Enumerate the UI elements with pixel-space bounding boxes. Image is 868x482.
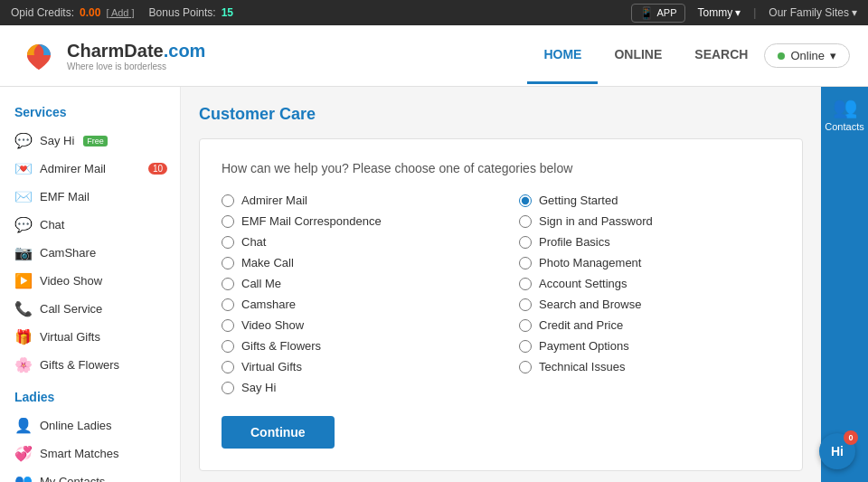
admirer-mail-label: Admirer Mail: [40, 162, 106, 175]
online-dot-icon: [778, 52, 785, 60]
option-emf-mail[interactable]: EMF Mail Correspondence: [222, 214, 483, 228]
option-account-settings[interactable]: Account Settings: [519, 277, 780, 290]
contacts-panel[interactable]: 👥 Contacts: [821, 87, 868, 482]
radio-camshare[interactable]: [222, 298, 234, 311]
radio-make-call[interactable]: [222, 257, 234, 269]
hi-badge: 0: [844, 430, 858, 445]
sidebar-item-call-service[interactable]: 📞 Call Service: [0, 295, 180, 323]
option-sign-in[interactable]: Sign in and Password: [519, 214, 780, 228]
app-button[interactable]: 📱 APP: [631, 4, 685, 23]
options-left-col: Admirer Mail EMF Mail Correspondence Cha…: [222, 194, 483, 394]
contacts-icon: 👥: [833, 96, 857, 119]
video-show-icon: ▶️: [14, 272, 33, 289]
online-label: Online: [790, 49, 825, 62]
options-grid: Admirer Mail EMF Mail Correspondence Cha…: [222, 194, 780, 394]
sidebar-item-online-ladies[interactable]: 👤 Online Ladies: [0, 411, 180, 439]
sidebar-item-camshare[interactable]: 📷 CamShare: [0, 239, 180, 267]
continue-button[interactable]: Continue: [222, 416, 335, 449]
radio-getting-started[interactable]: [519, 194, 532, 207]
sidebar-item-chat[interactable]: 💬 Chat: [0, 211, 180, 239]
emf-mail-label: EMF Mail: [40, 190, 90, 203]
radio-profile-basics[interactable]: [519, 236, 532, 249]
camshare-label: CamShare: [40, 246, 96, 260]
option-photo-management[interactable]: Photo Management: [519, 256, 780, 269]
option-technical-issues[interactable]: Technical Issues: [519, 360, 780, 373]
radio-video-show[interactable]: [222, 319, 234, 332]
option-admirer-mail[interactable]: Admirer Mail: [222, 194, 483, 207]
free-badge: Free: [83, 136, 108, 146]
sidebar-item-virtual-gifts[interactable]: 🎁 Virtual Gifts: [0, 323, 180, 351]
contacts-label: Contacts: [825, 121, 863, 132]
nav-online[interactable]: ONLINE: [598, 27, 678, 84]
family-sites-menu[interactable]: Our Family Sites ▾: [769, 6, 857, 19]
admirer-mail-badge: 10: [148, 163, 167, 175]
option-camshare[interactable]: Camshare: [222, 298, 483, 311]
smart-matches-icon: 💞: [14, 445, 33, 462]
add-credits-link[interactable]: [ Add ]: [106, 7, 134, 18]
radio-say-hi[interactable]: [222, 382, 234, 394]
sidebar-item-gifts-flowers[interactable]: 🌸 Gifts & Flowers: [0, 351, 180, 379]
sidebar-item-say-hi[interactable]: 💬 Say Hi Free: [0, 127, 180, 155]
logo-name: CharmDate.com: [67, 41, 205, 61]
family-sites-chevron-icon: ▾: [852, 6, 857, 19]
user-menu[interactable]: Tommy ▾: [698, 6, 741, 19]
option-say-hi[interactable]: Say Hi: [222, 381, 483, 394]
user-chevron-icon: ▾: [735, 6, 741, 19]
online-status-button[interactable]: Online ▾: [764, 43, 850, 68]
radio-search-browse[interactable]: [519, 298, 532, 311]
option-search-browse[interactable]: Search and Browse: [519, 298, 780, 311]
sidebar-item-my-contacts[interactable]: 👥 My Contacts: [0, 468, 180, 482]
option-gifts-flowers[interactable]: Gifts & Flowers: [222, 339, 483, 353]
radio-chat[interactable]: [222, 236, 234, 249]
online-ladies-icon: 👤: [14, 417, 33, 434]
sidebar-item-video-show[interactable]: ▶️ Video Show: [0, 267, 180, 295]
radio-gifts-flowers[interactable]: [222, 340, 234, 353]
camshare-icon: 📷: [14, 244, 33, 261]
phone-icon: 📱: [639, 6, 654, 20]
radio-sign-in[interactable]: [519, 215, 532, 228]
sidebar-item-emf-mail[interactable]: ✉️ EMF Mail: [0, 183, 180, 211]
services-section-title: Services: [0, 101, 180, 127]
main-content: Customer Care How can we help you? Pleas…: [181, 87, 821, 482]
option-call-me[interactable]: Call Me: [222, 277, 483, 290]
layout: Services 💬 Say Hi Free 💌 Admirer Mail 10…: [0, 87, 868, 482]
nav-home[interactable]: HOME: [527, 27, 598, 84]
chat-icon: 💬: [14, 216, 33, 233]
my-contacts-label: My Contacts: [40, 475, 105, 482]
radio-credit-price[interactable]: [519, 319, 532, 332]
option-profile-basics[interactable]: Profile Basics: [519, 235, 780, 249]
option-make-call[interactable]: Make Call: [222, 256, 483, 269]
sidebar-item-smart-matches[interactable]: 💞 Smart Matches: [0, 439, 180, 468]
my-contacts-icon: 👥: [14, 473, 33, 482]
smart-matches-label: Smart Matches: [40, 447, 118, 460]
app-label: APP: [657, 7, 677, 18]
logo-text: CharmDate.com Where love is borderless: [67, 41, 205, 71]
bonus-label: Bonus Points:: [149, 6, 216, 19]
radio-virtual-gifts[interactable]: [222, 361, 234, 373]
radio-technical-issues[interactable]: [519, 361, 532, 373]
hi-label: Hi: [831, 444, 844, 458]
admirer-mail-icon: 💌: [14, 160, 33, 177]
radio-call-me[interactable]: [222, 278, 234, 290]
top-bar-left: Opid Credits: 0.00 [ Add ] Bonus Points:…: [11, 6, 233, 19]
call-service-label: Call Service: [40, 302, 102, 316]
radio-payment-options[interactable]: [519, 340, 532, 353]
hi-chat-bubble[interactable]: Hi 0: [819, 433, 855, 469]
nav-search[interactable]: SEARCH: [678, 27, 764, 84]
virtual-gifts-label: Virtual Gifts: [40, 330, 100, 344]
option-getting-started[interactable]: Getting Started: [519, 194, 780, 207]
option-chat[interactable]: Chat: [222, 235, 483, 249]
bonus-value: 15: [222, 6, 233, 19]
option-video-show[interactable]: Video Show: [222, 318, 483, 332]
page-title: Customer Care: [199, 105, 803, 124]
option-credit-price[interactable]: Credit and Price: [519, 318, 780, 332]
radio-admirer-mail[interactable]: [222, 194, 234, 207]
option-payment-options[interactable]: Payment Options: [519, 339, 780, 353]
radio-account-settings[interactable]: [519, 278, 532, 290]
option-virtual-gifts[interactable]: Virtual Gifts: [222, 360, 483, 373]
radio-emf-mail[interactable]: [222, 215, 234, 228]
sidebar: Services 💬 Say Hi Free 💌 Admirer Mail 10…: [0, 87, 181, 482]
radio-photo-management[interactable]: [519, 257, 532, 269]
sidebar-item-admirer-mail[interactable]: 💌 Admirer Mail 10: [0, 155, 180, 183]
top-bar-right: 📱 APP Tommy ▾ | Our Family Sites ▾: [631, 4, 858, 23]
